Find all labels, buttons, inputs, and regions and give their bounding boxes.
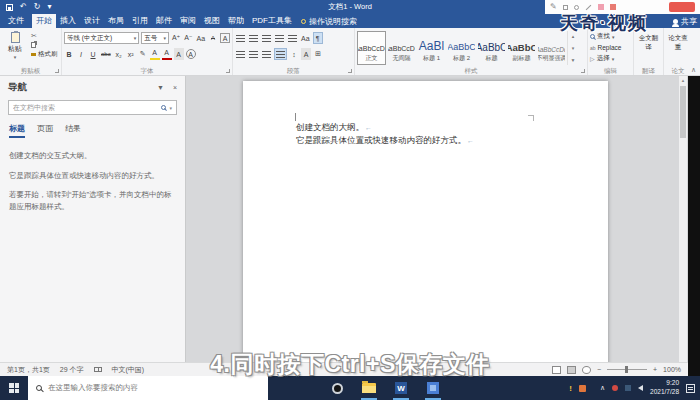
style-no-spacing[interactable]: AaBbCcDd 无间隔 — [387, 31, 416, 65]
tell-me-search[interactable]: 操作说明搜索 — [296, 14, 362, 28]
sort-button[interactable]: Aa — [300, 32, 311, 44]
recorder-stop-button[interactable] — [669, 2, 695, 12]
document-workspace: 创建文档的大纲。← 它是跟踪具体位置或快速移动内容的好方式。← ▴ — [186, 76, 688, 362]
font-family-combo[interactable]: 等线 (中文正文) ▾ — [64, 32, 139, 44]
dialog-launcher-icon[interactable] — [226, 69, 230, 73]
nav-tab-headings[interactable]: 标题 — [9, 123, 25, 138]
tab-file[interactable]: 文件 — [0, 14, 32, 28]
tray-input-icon[interactable] — [625, 385, 631, 391]
styles-more-icon[interactable]: ▼ — [571, 57, 576, 63]
action-center-icon[interactable] — [686, 384, 695, 393]
scroll-down-icon[interactable]: ▾ — [572, 45, 575, 51]
increase-indent-button[interactable] — [287, 32, 298, 44]
tab-pdf-tools[interactable]: PDF工具集 — [248, 14, 296, 28]
italic-button[interactable]: I — [76, 48, 86, 60]
dialog-launcher-icon[interactable] — [581, 69, 585, 73]
tab-layout[interactable]: 布局 — [104, 14, 128, 28]
scrollbar-thumb[interactable] — [680, 86, 686, 138]
show-hidden-icons[interactable]: ∧ — [600, 384, 605, 392]
grow-font-button[interactable]: A⁺ — [171, 32, 181, 44]
tab-home[interactable]: 开始 — [32, 14, 56, 28]
bold-button[interactable]: B — [64, 48, 74, 60]
multilevel-list-button[interactable] — [261, 32, 272, 44]
annotation-rectangle-icon[interactable] — [563, 5, 568, 10]
close-icon[interactable]: × — [173, 84, 177, 91]
tab-review[interactable]: 审阅 — [176, 14, 200, 28]
collapse-ribbon-icon[interactable]: ∧ — [691, 66, 696, 74]
save-icon[interactable] — [6, 4, 13, 11]
chevron-down-icon[interactable]: ▾ — [169, 105, 172, 111]
underline-button[interactable]: U — [88, 48, 98, 60]
volume-icon[interactable] — [638, 385, 643, 391]
show-hide-marks-button[interactable]: ¶ — [313, 32, 323, 44]
document-text[interactable]: 创建文档的大纲。← 它是跟踪具体位置或快速移动内容的好方式。← — [296, 121, 474, 147]
subscript-button[interactable]: x₂ — [114, 48, 124, 60]
format-painter-button[interactable]: 格式刷 — [31, 50, 58, 58]
character-border-button[interactable]: A — [220, 33, 230, 43]
redo-icon[interactable]: ↻ — [34, 0, 41, 14]
bullets-button[interactable] — [235, 32, 246, 44]
replace-button[interactable]: ab Replace — [590, 42, 631, 53]
tab-design[interactable]: 设计 — [80, 14, 104, 28]
strikethrough-button[interactable]: abc — [100, 48, 112, 60]
tab-insert[interactable]: 插入 — [56, 14, 80, 28]
enclose-characters-button[interactable]: A — [186, 49, 196, 59]
annotation-circle-icon[interactable] — [574, 5, 579, 10]
style-heading1[interactable]: AaBl 标题 1 — [417, 31, 446, 65]
styles-gallery-scroll[interactable]: ▴ ▾ ▼ — [567, 31, 578, 65]
paste-button[interactable]: 粘贴 ▾ — [2, 31, 28, 60]
font-size-combo[interactable]: 五号 ▾ — [141, 32, 169, 44]
annotation-pen-icon[interactable]: ✎ — [550, 0, 557, 14]
superscript-button[interactable]: x² — [126, 48, 136, 60]
shrink-font-button[interactable]: A⁻ — [183, 32, 193, 44]
line-spacing-button[interactable]: ↕ — [289, 48, 299, 60]
annotation-line-icon[interactable] — [585, 4, 591, 10]
cut-button[interactable]: ✂ — [31, 32, 58, 40]
tab-view[interactable]: 视图 — [200, 14, 224, 28]
search-icon[interactable] — [161, 105, 166, 110]
document-search-input[interactable]: 在文档中搜索 ▾ — [8, 100, 177, 115]
justify-button[interactable] — [274, 48, 287, 60]
style-heading2[interactable]: AaBbC 标题 2 — [447, 31, 476, 65]
nav-tab-pages[interactable]: 页面 — [37, 123, 53, 138]
numbering-button[interactable] — [248, 32, 259, 44]
pane-options-icon[interactable]: ▼ — [157, 84, 164, 91]
align-center-button[interactable] — [248, 48, 259, 60]
nav-tab-results[interactable]: 结果 — [65, 123, 81, 138]
style-subtitle[interactable]: AaBbC 副标题 — [507, 31, 536, 65]
tray-app-icon[interactable] — [579, 385, 586, 392]
style-normal[interactable]: AaBbCcDd 正文 — [357, 31, 386, 65]
tab-help[interactable]: 帮助 — [224, 14, 248, 28]
change-case-button[interactable]: Aa — [196, 32, 206, 44]
style-subtle-emphasis[interactable]: AaBbCcDd 不明显强调 — [537, 31, 566, 65]
select-button[interactable]: ▷ 选择 ▾ — [590, 53, 631, 64]
annotation-highlighter-icon[interactable] — [598, 4, 604, 10]
share-button[interactable]: 共享 — [673, 14, 697, 28]
annotation-eraser-icon[interactable] — [610, 4, 616, 10]
copy-button[interactable] — [31, 41, 58, 49]
dialog-launcher-icon[interactable] — [348, 69, 352, 73]
borders-button[interactable]: ⊞ — [313, 48, 323, 60]
align-right-button[interactable] — [261, 48, 272, 60]
taskbar-clock[interactable]: 9:20 2021/7/28 — [650, 379, 679, 397]
paper-check-button[interactable]: 论文查重 — [666, 31, 690, 52]
tray-security-icon[interactable] — [612, 385, 618, 391]
clear-formatting-button[interactable]: A — [208, 32, 218, 44]
font-color-button[interactable]: A — [162, 48, 172, 60]
phonetic-guide-button[interactable]: ✎ — [138, 48, 148, 60]
customize-qat-icon[interactable]: ▾ — [47, 0, 51, 14]
shading-button[interactable]: A — [301, 48, 311, 60]
style-title[interactable]: AaBbC 标题 — [477, 31, 506, 65]
decrease-indent-button[interactable] — [274, 32, 285, 44]
vertical-scrollbar[interactable]: ▴ — [679, 76, 687, 362]
tab-mailings[interactable]: 邮件 — [152, 14, 176, 28]
alert-tray-icon[interactable]: ! — [569, 384, 572, 393]
document-page[interactable]: 创建文档的大纲。← 它是跟踪具体位置或快速移动内容的好方式。← — [243, 81, 608, 362]
text-highlight-button[interactable]: A — [150, 48, 160, 60]
character-shading-button[interactable]: A — [174, 48, 184, 60]
align-left-button[interactable] — [235, 48, 246, 60]
dialog-launcher-icon[interactable] — [55, 69, 59, 73]
tab-references[interactable]: 引用 — [128, 14, 152, 28]
undo-icon[interactable]: ↶ — [20, 0, 27, 14]
scroll-up-icon[interactable]: ▴ — [679, 76, 687, 84]
